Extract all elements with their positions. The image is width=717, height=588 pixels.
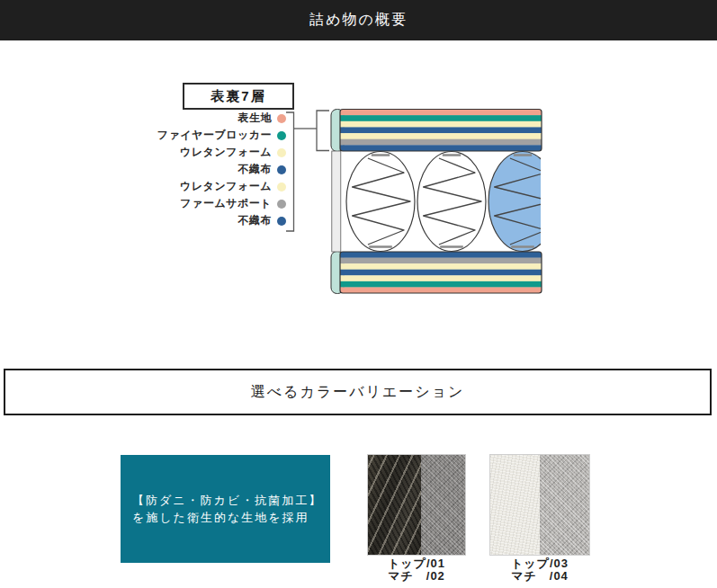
fabric-swatch-light — [489, 454, 590, 556]
fabric-side-04-image — [540, 455, 589, 555]
fabric-swatch-dark — [367, 454, 466, 556]
fabric-top-03-image — [490, 455, 540, 555]
filling-section-header: 詰め物の概要 — [0, 0, 717, 40]
fabric-side-02-image — [421, 455, 465, 555]
legend-label: 不織布 — [238, 213, 273, 228]
legend-row: ファイヤーブロッカー — [0, 127, 286, 144]
legend-row: ファームサポート — [0, 195, 286, 212]
swatch-dark-caption-line2: マチ /02 — [367, 570, 466, 583]
hygienic-fabric-promo-box: 【防ダニ・防カビ・抗菌加工】 を施した衛生的な生地を採用 — [121, 455, 330, 563]
swatch-light-caption-line1: トップ/03 — [489, 557, 590, 570]
promo-line-1: 【防ダニ・防カビ・抗菌加工】 — [132, 492, 330, 509]
swatch-dark-caption: トップ/01 マチ /02 — [367, 557, 466, 583]
legend-label: ウレタンフォーム — [180, 179, 272, 194]
color-variation-title: 選べるカラーバリエーション — [251, 383, 465, 402]
legend-row: 表生地 — [0, 110, 286, 127]
color-variation-header: 選べるカラーバリエーション — [4, 369, 712, 415]
swatch-light-caption-line2: マチ /04 — [489, 570, 590, 583]
legend-row: 不織布 — [0, 212, 286, 229]
legend-label: ファイヤーブロッカー — [157, 128, 272, 143]
filling-legend: 表生地ファイヤーブロッカーウレタンフォーム不織布ウレタンフォームファームサポート… — [0, 110, 286, 229]
seven-layer-label-box: 表裏7層 — [183, 83, 294, 110]
mattress-diagram — [283, 103, 553, 301]
legend-label: ウレタンフォーム — [180, 145, 272, 160]
promo-line-2: を施した衛生的な生地を採用 — [132, 509, 330, 526]
filling-section-title: 詰め物の概要 — [309, 11, 408, 30]
legend-label: ファームサポート — [180, 196, 272, 211]
product-detail-page: 詰め物の概要 表裏7層 表生地ファイヤーブロッカーウレタンフォーム不織布ウレタン… — [0, 0, 717, 588]
legend-label: 表生地 — [238, 111, 273, 126]
fabric-top-01-image — [368, 455, 421, 555]
legend-row: 不織布 — [0, 161, 286, 178]
legend-row: ウレタンフォーム — [0, 178, 286, 195]
legend-label: 不織布 — [238, 162, 273, 177]
swatch-light-caption: トップ/03 マチ /04 — [489, 557, 590, 583]
legend-row: ウレタンフォーム — [0, 144, 286, 161]
swatch-dark-caption-line1: トップ/01 — [367, 557, 466, 570]
seven-layer-label: 表裏7層 — [211, 88, 265, 105]
